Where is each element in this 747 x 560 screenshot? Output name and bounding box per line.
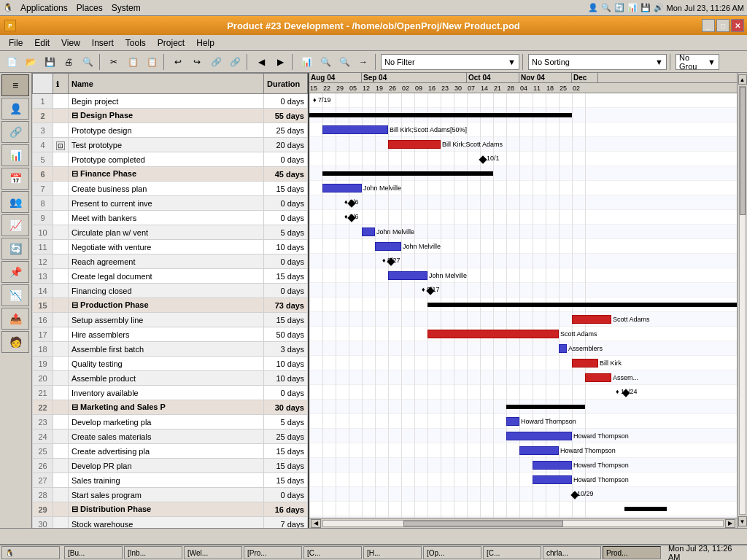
indent-button[interactable]: → xyxy=(355,53,372,71)
v-scroll-up-btn[interactable]: ▲ xyxy=(738,74,747,85)
h-scroll-right-btn[interactable]: ▶ xyxy=(725,519,735,528)
h-scroll-left-btn[interactable]: ◀ xyxy=(311,519,321,528)
v-scroll-down-btn[interactable]: ▼ xyxy=(738,516,747,526)
collapse-icon[interactable]: ⊟ xyxy=(71,300,78,309)
table-row[interactable]: 17Hire assemblers50 days xyxy=(33,327,308,342)
undo-button[interactable]: ↩ xyxy=(169,53,187,71)
table-row[interactable]: 25Create advertising pla15 days xyxy=(33,444,308,459)
sidebar-resource[interactable]: 👤 xyxy=(1,98,29,120)
group-dropdown[interactable]: No Grou ▼ xyxy=(676,54,719,70)
table-row[interactable]: 12Reach agreement0 days xyxy=(33,254,308,269)
taskbar-bu[interactable]: [Bu... xyxy=(64,546,123,559)
table-row[interactable]: 20Assemble product10 days xyxy=(33,371,308,386)
window-controls[interactable]: _ □ ✕ xyxy=(702,19,744,32)
menu-project[interactable]: Project xyxy=(152,36,190,50)
sidebar-track[interactable]: 🔄 xyxy=(1,238,29,260)
forward-button[interactable]: ▶ xyxy=(271,53,289,71)
menu-view[interactable]: View xyxy=(55,36,86,50)
minimize-button[interactable]: _ xyxy=(702,19,715,32)
collapse-icon[interactable]: ⊟ xyxy=(71,169,78,178)
v-scroll-thumb[interactable] xyxy=(740,87,746,215)
taskbar-pro1[interactable]: [Pro... xyxy=(244,546,302,559)
table-row[interactable]: 28Start sales program0 days xyxy=(33,488,308,502)
copy-button[interactable]: 📋 xyxy=(124,53,142,71)
print-button[interactable]: 🖨 xyxy=(60,53,77,71)
table-row[interactable]: 19Quality testing10 days xyxy=(33,357,308,371)
table-row[interactable]: 26Develop PR plan15 days xyxy=(33,459,308,473)
sidebar-gantt[interactable]: ≡ xyxy=(1,74,29,96)
table-row[interactable]: 18Assemble first batch3 days xyxy=(33,342,308,357)
sidebar-wbs[interactable]: 📊 xyxy=(1,144,29,166)
taskbar-start[interactable]: 🐧 xyxy=(1,546,60,559)
sort-dropdown[interactable]: No Sorting ▼ xyxy=(528,54,667,70)
table-row[interactable]: 29⊟ Distribution Phase16 days xyxy=(33,502,308,517)
collapse-icon[interactable]: ⊟ xyxy=(71,111,78,120)
menu-help[interactable]: Help xyxy=(190,36,220,50)
menu-file[interactable]: File xyxy=(3,36,28,50)
taskbar-inb[interactable]: [Inb... xyxy=(124,546,182,559)
taskbar-c1[interactable]: [C... xyxy=(303,546,362,559)
applications-menu[interactable]: Applications xyxy=(16,1,72,15)
sidebar-person[interactable]: 🧑 xyxy=(1,331,29,353)
menu-insert[interactable]: Insert xyxy=(86,36,120,50)
close-button[interactable]: ✕ xyxy=(731,19,744,32)
taskbar-wel[interactable]: [Wel... xyxy=(184,546,242,559)
table-row[interactable]: 4⊡Test prototype20 days xyxy=(33,138,308,152)
table-row[interactable]: 21Inventory available0 days xyxy=(33,386,308,400)
maximize-button[interactable]: □ xyxy=(716,19,729,32)
paste-button[interactable]: 📋 xyxy=(143,53,160,71)
collapse-icon[interactable]: ⊟ xyxy=(71,402,78,411)
taskbar-c2[interactable]: [C... xyxy=(483,546,541,559)
link-button[interactable]: 🔗 xyxy=(207,53,225,71)
table-row[interactable]: 27Sales training15 days xyxy=(33,473,308,488)
table-row[interactable]: 9Meet with bankers0 days xyxy=(33,211,308,225)
redo-button[interactable]: ↪ xyxy=(188,53,206,71)
unlink-button[interactable]: 🔗 xyxy=(226,53,244,71)
table-row[interactable]: 2⊟ Design Phase55 days xyxy=(33,109,308,123)
taskbar-h[interactable]: [H... xyxy=(363,546,422,559)
table-row[interactable]: 30Stock warehouse7 days xyxy=(33,517,308,529)
table-row[interactable]: 14Financing closed0 days xyxy=(33,284,308,298)
h-scrollbar[interactable]: ◀ ▶ xyxy=(309,518,737,528)
print-preview-button[interactable]: 🔍 xyxy=(79,53,96,71)
new-button[interactable]: 📄 xyxy=(3,53,20,71)
places-menu[interactable]: Places xyxy=(72,1,107,15)
taskbar-op[interactable]: [Op... xyxy=(423,546,481,559)
table-row[interactable]: 13Create legal document15 days xyxy=(33,269,308,284)
v-scrollbar[interactable]: ▲ ▼ xyxy=(737,73,747,528)
taskbar-chr[interactable]: chrla... xyxy=(543,546,601,559)
v-scroll-track[interactable] xyxy=(739,86,746,515)
sidebar-export[interactable]: 📤 xyxy=(1,308,29,330)
filter-dropdown[interactable]: No Filter ▼ xyxy=(381,54,519,70)
menu-edit[interactable]: Edit xyxy=(28,36,55,50)
table-row[interactable]: 24Create sales materials25 days xyxy=(33,429,308,444)
collapse-icon[interactable]: ⊟ xyxy=(71,505,78,513)
gantt-view-button[interactable]: 📊 xyxy=(298,53,315,71)
sidebar-team[interactable]: 👥 xyxy=(1,191,29,213)
table-row[interactable]: 7Create business plan15 days xyxy=(33,182,308,196)
menu-tools[interactable]: Tools xyxy=(120,36,152,50)
table-row[interactable]: 23Develop marketing pla5 days xyxy=(33,415,308,429)
cut-button[interactable]: ✂ xyxy=(105,53,123,71)
back-button[interactable]: ◀ xyxy=(252,53,270,71)
taskbar-prod[interactable]: Prod... xyxy=(603,546,661,559)
table-row[interactable]: 22⊟ Marketing and Sales P30 days xyxy=(33,400,308,415)
table-row[interactable]: 15⊟ Production Phase73 days xyxy=(33,298,308,313)
table-row[interactable]: 11Negotiate with venture10 days xyxy=(33,240,308,254)
zoom-in-button[interactable]: 🔍 xyxy=(317,53,334,71)
table-row[interactable]: 3Prototype design25 days xyxy=(33,123,308,138)
table-row[interactable]: 1Begin project0 days xyxy=(33,94,308,109)
zoom-out-button[interactable]: 🔍 xyxy=(336,53,353,71)
table-row[interactable]: 5Prototype completed0 days xyxy=(33,152,308,167)
save-button[interactable]: 💾 xyxy=(41,53,58,71)
h-scroll-track[interactable] xyxy=(322,520,724,527)
sidebar-network[interactable]: 🔗 xyxy=(1,121,29,143)
table-row[interactable]: 16Setup assembly line15 days xyxy=(33,313,308,327)
system-menu[interactable]: System xyxy=(107,1,145,15)
open-button[interactable]: 📂 xyxy=(22,53,39,71)
h-scroll-thumb[interactable] xyxy=(403,521,563,526)
sidebar-baseline[interactable]: 📌 xyxy=(1,261,29,283)
table-row[interactable]: 10Circulate plan w/ vent5 days xyxy=(33,225,308,240)
table-row[interactable]: 8Present to current inve0 days xyxy=(33,196,308,211)
sidebar-pert[interactable]: 📅 xyxy=(1,168,29,190)
